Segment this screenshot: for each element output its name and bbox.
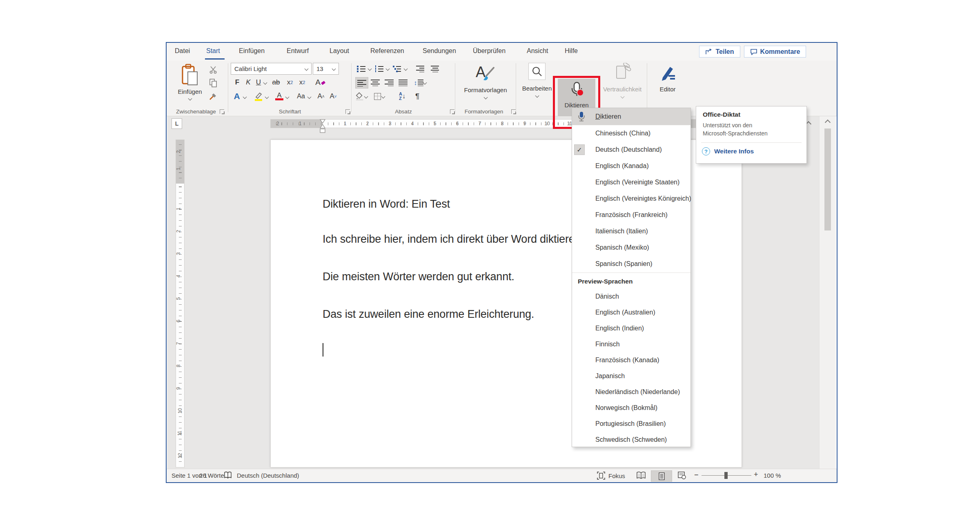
styles-dialog-launcher[interactable] xyxy=(511,109,516,114)
paragraph[interactable]: Das ist zuweilen eine enorme Erleichteru… xyxy=(323,308,534,321)
menu-item-language[interactable]: Spanisch (Mexiko) xyxy=(572,239,690,256)
web-layout-icon[interactable] xyxy=(678,472,686,479)
multilevel-list-button[interactable] xyxy=(391,63,403,74)
paragraph[interactable]: Ich schreibe hier, indem ich direkt über… xyxy=(323,233,578,246)
tab-stop-selector[interactable]: L xyxy=(172,118,182,129)
scrollbar-thumb[interactable] xyxy=(824,128,831,230)
line-spacing-button[interactable]: ↕ xyxy=(413,77,427,88)
proofing-book-icon[interactable] xyxy=(224,472,232,479)
subscript-button[interactable]: x2 xyxy=(284,77,296,88)
menu-item-preview-language[interactable]: Japanisch xyxy=(572,368,690,384)
language-status[interactable]: Deutsch (Deutschland) xyxy=(237,472,299,479)
tab-sendungen[interactable]: Sendungen xyxy=(423,47,456,55)
chevron-down-icon[interactable] xyxy=(386,67,390,71)
text-effects-button[interactable]: A xyxy=(231,91,243,102)
decrease-indent-button[interactable] xyxy=(414,63,426,74)
zoom-out-button[interactable]: − xyxy=(694,471,699,479)
underline-button[interactable]: U xyxy=(254,77,263,88)
share-button[interactable]: Teilen xyxy=(699,46,740,58)
font-dialog-launcher[interactable] xyxy=(345,109,350,114)
word-count-status[interactable]: 26 Wörter xyxy=(199,472,226,479)
zoom-in-button[interactable]: + xyxy=(754,470,758,479)
sort-button[interactable]: A Z ↓ xyxy=(395,91,409,102)
shading-button[interactable] xyxy=(355,91,368,102)
menu-item-language[interactable]: Englisch (Vereinigte Staaten) xyxy=(572,174,690,191)
menu-item-language[interactable]: Englisch (Kanada) xyxy=(572,158,690,174)
tab-hilfe[interactable]: Hilfe xyxy=(565,47,578,55)
indent-markers[interactable] xyxy=(319,119,326,134)
paste-button[interactable]: Einfügen xyxy=(172,62,207,107)
menu-item-diktieren[interactable]: Diktieren xyxy=(572,108,690,125)
menu-item-preview-language[interactable]: Dänisch xyxy=(572,288,690,304)
highlight-color-button[interactable] xyxy=(252,91,265,102)
chevron-down-icon[interactable] xyxy=(285,95,290,99)
numbered-list-button[interactable] xyxy=(373,63,385,74)
change-case-button[interactable]: Aa xyxy=(294,91,308,102)
vertical-ruler[interactable]: 2 1 1 2 3 4 5 6 7 8 9 10 11 12 xyxy=(176,140,185,467)
tab-referenzen[interactable]: Referenzen xyxy=(370,47,404,55)
borders-button[interactable] xyxy=(373,91,385,102)
vertical-scrollbar[interactable] xyxy=(819,116,836,469)
chevron-down-icon[interactable] xyxy=(243,95,247,99)
align-left-button[interactable] xyxy=(355,77,368,89)
focus-mode-button[interactable]: Fokus xyxy=(597,472,625,480)
zoom-level[interactable]: 100 % xyxy=(764,472,781,479)
tab-entwurf[interactable]: Entwurf xyxy=(287,47,309,55)
pilcrow-button[interactable]: ¶ xyxy=(412,91,423,102)
bullet-list-button[interactable] xyxy=(355,63,368,74)
grow-font-button[interactable]: A˄ xyxy=(315,91,327,102)
font-color-button[interactable]: A xyxy=(274,91,285,102)
editor-button[interactable]: Editor xyxy=(651,62,684,107)
paragraph[interactable]: Diktieren in Word: Ein Test xyxy=(323,198,450,210)
superscript-button[interactable]: x2 xyxy=(296,77,308,88)
menu-item-language[interactable]: Englisch (Vereinigtes Königreich) xyxy=(572,191,690,207)
cut-button[interactable] xyxy=(207,64,219,75)
menu-item-preview-language[interactable]: Portugiesisch (Brasilien) xyxy=(572,416,690,432)
clear-formatting-button[interactable]: A xyxy=(314,77,327,88)
tab-ueberpruefen[interactable]: Überprüfen xyxy=(473,47,506,55)
chevron-down-icon[interactable] xyxy=(404,67,408,71)
tab-datei[interactable]: Datei xyxy=(175,47,190,55)
bold-button[interactable]: F xyxy=(232,77,243,88)
tab-start[interactable]: Start xyxy=(206,47,220,55)
menu-item-language[interactable]: Spanisch (Spanien) xyxy=(572,256,690,272)
copy-button[interactable] xyxy=(207,78,219,88)
tab-layout[interactable]: Layout xyxy=(330,47,349,55)
paragraph-dialog-launcher[interactable] xyxy=(450,109,454,114)
shrink-font-button[interactable]: A˅ xyxy=(327,91,339,102)
strikethrough-button[interactable]: ab xyxy=(270,77,283,88)
styles-button[interactable]: A Formatvorlagen xyxy=(457,62,514,107)
menu-item-preview-language[interactable]: Finnisch xyxy=(572,336,690,352)
chevron-down-icon[interactable] xyxy=(307,95,312,99)
increase-indent-button[interactable] xyxy=(429,63,441,74)
learn-more-link[interactable]: ? Weitere Infos xyxy=(702,147,754,155)
align-right-button[interactable] xyxy=(383,77,395,88)
menu-item-preview-language[interactable]: Französisch (Kanada) xyxy=(572,352,690,368)
chevron-down-icon[interactable] xyxy=(263,81,267,85)
tab-einfuegen[interactable]: Einfügen xyxy=(239,47,265,55)
clipboard-dialog-launcher[interactable] xyxy=(220,109,224,114)
menu-item-preview-language[interactable]: Englisch (Australien) xyxy=(572,304,690,320)
zoom-slider-thumb[interactable] xyxy=(724,472,728,479)
scroll-up-icon[interactable] xyxy=(825,120,831,125)
menu-item-preview-language[interactable]: Norwegisch (Bokmål) xyxy=(572,400,690,416)
justify-button[interactable] xyxy=(397,77,409,88)
menu-item-language[interactable]: Französisch (Frankreich) xyxy=(572,207,690,223)
format-painter-button[interactable] xyxy=(207,91,219,102)
font-size-select[interactable]: 13 xyxy=(313,63,339,75)
read-mode-icon[interactable] xyxy=(636,472,646,479)
font-name-select[interactable]: Calibri Light xyxy=(231,63,312,75)
menu-item-preview-language[interactable]: Niederländisch (Niederlande) xyxy=(572,384,690,400)
menu-item-language-selected[interactable]: ✓ Deutsch (Deutschland) xyxy=(572,142,690,158)
menu-item-preview-language[interactable]: Englisch (Indien) xyxy=(572,320,690,336)
comments-button[interactable]: Kommentare xyxy=(744,46,806,58)
print-layout-button[interactable] xyxy=(651,470,672,482)
tab-ansicht[interactable]: Ansicht xyxy=(527,47,548,55)
menu-item-language[interactable]: Italienisch (Italien) xyxy=(572,223,690,239)
paragraph[interactable]: Die meisten Wörter werden gut erkannt. xyxy=(323,270,514,283)
editing-button[interactable]: Bearbeiten xyxy=(519,62,555,107)
chevron-down-icon[interactable] xyxy=(368,67,372,71)
menu-item-language[interactable]: Chinesisch (China) xyxy=(572,125,690,142)
chevron-down-icon[interactable] xyxy=(265,95,269,99)
italic-button[interactable]: K xyxy=(243,77,253,88)
